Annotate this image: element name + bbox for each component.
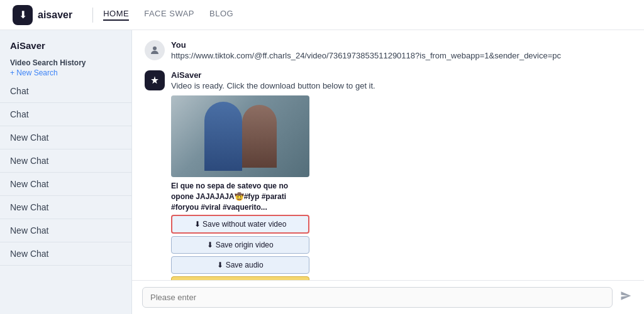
sidebar-item-chat-7[interactable]: New Chat xyxy=(0,219,131,242)
user-message-content: You https://www.tiktok.com/@ff.charls_24… xyxy=(171,40,631,60)
silhouette-left xyxy=(204,102,242,171)
sidebar-item-chat-5[interactable]: New Chat xyxy=(0,173,131,196)
user-message-text: https://www.tiktok.com/@ff.charls_24/vid… xyxy=(171,51,631,60)
svg-point-0 xyxy=(153,46,157,50)
header-divider xyxy=(92,8,93,23)
video-thumbnail xyxy=(171,95,309,177)
save-audio-btn[interactable]: ⬇ Save audio xyxy=(171,256,309,274)
aisaver-sender-label: AiSaver xyxy=(171,70,631,80)
header-nav: HOME FACE SWAP BLOG xyxy=(103,9,233,21)
header: ⬇ aisaver HOME FACE SWAP BLOG xyxy=(0,0,644,30)
aisaver-message-content: AiSaver Video is ready. Click the downlo… xyxy=(171,70,631,280)
sidebar-history-label: Video Search History xyxy=(10,58,121,67)
video-caption: El que no sepa de satevo que no opone JA… xyxy=(171,181,309,212)
sidebar-title: AiSaver xyxy=(0,40,131,53)
sidebar-history-section: Video Search History + New Search xyxy=(0,53,131,80)
aisaver-message: AiSaver Video is ready. Click the downlo… xyxy=(145,70,631,280)
silhouette-right xyxy=(242,105,277,168)
sidebar-item-chat-3[interactable]: New Chat xyxy=(0,126,131,149)
logo-container: ⬇ aisaver xyxy=(13,5,72,25)
chat-input[interactable] xyxy=(142,287,613,308)
aisaver-message-text: Video is ready. Click the download butto… xyxy=(171,81,631,90)
user-avatar xyxy=(145,40,165,60)
logo-text: aisaver xyxy=(38,9,72,21)
sidebar-item-chat-8[interactable]: New Chat xyxy=(0,242,131,266)
logo-icon: ⬇ xyxy=(13,5,33,25)
nav-home[interactable]: HOME xyxy=(103,9,129,21)
chat-input-bar xyxy=(132,280,644,314)
aisaver-avatar xyxy=(145,70,165,90)
button-row: ⬇ Save without water video ⬇ Save origin… xyxy=(171,215,322,280)
sidebar-item-chat-2[interactable]: Chat xyxy=(0,103,131,126)
save-no-watermark-btn[interactable]: ⬇ Save without water video xyxy=(171,215,309,234)
main-layout: AiSaver Video Search History + New Searc… xyxy=(0,30,644,314)
save-origin-btn[interactable]: ⬇ Save origin video xyxy=(171,236,309,254)
chat-area: You https://www.tiktok.com/@ff.charls_24… xyxy=(132,30,644,314)
sidebar-new-search[interactable]: + New Search xyxy=(10,68,121,77)
sidebar-item-chat-1[interactable]: Chat xyxy=(0,80,131,103)
send-button[interactable] xyxy=(618,288,634,307)
nav-blog[interactable]: BLOG xyxy=(209,9,233,21)
sidebar-item-chat-6[interactable]: New Chat xyxy=(0,196,131,219)
sidebar: AiSaver Video Search History + New Searc… xyxy=(0,30,132,314)
video-card: El que no sepa de satevo que no opone JA… xyxy=(171,95,322,280)
user-sender-label: You xyxy=(171,40,631,50)
chat-messages: You https://www.tiktok.com/@ff.charls_24… xyxy=(132,30,644,280)
nav-face-swap[interactable]: FACE SWAP xyxy=(144,9,194,21)
sidebar-item-chat-4[interactable]: New Chat xyxy=(0,149,131,173)
user-message: You https://www.tiktok.com/@ff.charls_24… xyxy=(145,40,631,60)
